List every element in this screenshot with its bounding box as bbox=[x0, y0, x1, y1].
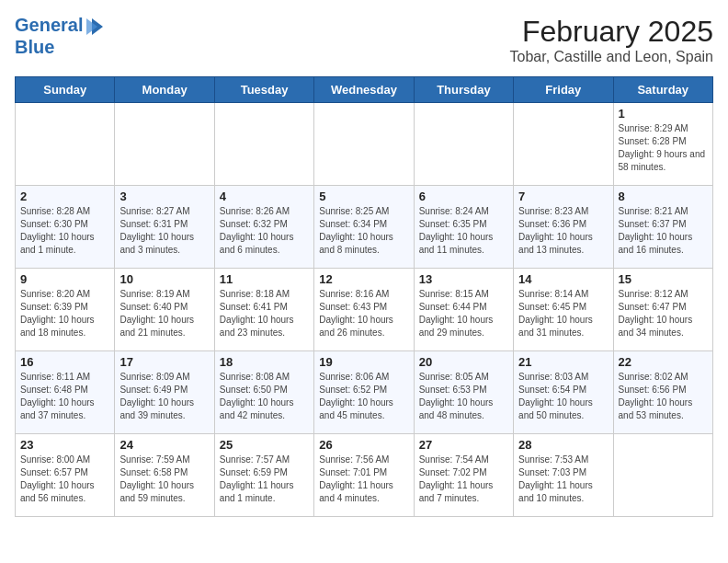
day-number: 11 bbox=[220, 272, 309, 286]
day-info: Sunrise: 8:20 AM Sunset: 6:39 PM Dayligh… bbox=[20, 288, 109, 339]
day-number: 3 bbox=[119, 190, 209, 203]
day-cell: 23Sunrise: 8:00 AM Sunset: 6:57 PM Dayli… bbox=[16, 434, 115, 517]
day-cell: 11Sunrise: 8:18 AM Sunset: 6:41 PM Dayli… bbox=[214, 269, 313, 351]
day-number: 8 bbox=[619, 190, 708, 203]
day-number: 7 bbox=[518, 190, 608, 203]
day-info: Sunrise: 7:53 AM Sunset: 7:03 PM Dayligh… bbox=[518, 454, 608, 505]
day-cell: 13Sunrise: 8:15 AM Sunset: 6:44 PM Dayli… bbox=[414, 269, 513, 351]
header-row: SundayMondayTuesdayWednesdayThursdayFrid… bbox=[16, 77, 713, 103]
day-cell: 12Sunrise: 8:16 AM Sunset: 6:43 PM Dayli… bbox=[314, 269, 414, 351]
day-info: Sunrise: 8:29 AM Sunset: 6:28 PM Dayligh… bbox=[619, 122, 708, 174]
day-cell: 28Sunrise: 7:53 AM Sunset: 7:03 PM Dayli… bbox=[514, 434, 613, 517]
day-cell: 27Sunrise: 7:54 AM Sunset: 7:02 PM Dayli… bbox=[414, 434, 513, 517]
day-number: 20 bbox=[419, 355, 508, 369]
day-number: 14 bbox=[518, 272, 608, 286]
day-cell: 6Sunrise: 8:24 AM Sunset: 6:35 PM Daylig… bbox=[414, 186, 513, 269]
day-cell bbox=[16, 103, 115, 186]
day-number: 28 bbox=[518, 438, 608, 452]
day-cell bbox=[414, 103, 513, 186]
day-cell: 15Sunrise: 8:12 AM Sunset: 6:47 PM Dayli… bbox=[613, 269, 712, 351]
day-cell: 19Sunrise: 8:06 AM Sunset: 6:52 PM Dayli… bbox=[314, 351, 414, 434]
day-cell: 4Sunrise: 8:26 AM Sunset: 6:32 PM Daylig… bbox=[214, 186, 313, 269]
day-info: Sunrise: 8:14 AM Sunset: 6:45 PM Dayligh… bbox=[518, 288, 608, 339]
day-cell: 1Sunrise: 8:29 AM Sunset: 6:28 PM Daylig… bbox=[613, 103, 712, 186]
location-subtitle: Tobar, Castille and Leon, Spain bbox=[510, 49, 713, 65]
logo: General Blue bbox=[15, 15, 105, 57]
day-number: 23 bbox=[20, 438, 109, 452]
day-number: 13 bbox=[419, 272, 508, 286]
day-info: Sunrise: 8:25 AM Sunset: 6:34 PM Dayligh… bbox=[319, 205, 408, 257]
day-info: Sunrise: 7:57 AM Sunset: 6:59 PM Dayligh… bbox=[220, 454, 309, 505]
day-number: 18 bbox=[220, 355, 309, 369]
day-cell bbox=[115, 103, 214, 186]
day-number: 25 bbox=[220, 438, 309, 452]
day-cell: 7Sunrise: 8:23 AM Sunset: 6:36 PM Daylig… bbox=[514, 186, 613, 269]
day-number: 15 bbox=[619, 272, 708, 286]
day-info: Sunrise: 8:26 AM Sunset: 6:32 PM Dayligh… bbox=[220, 205, 309, 257]
day-info: Sunrise: 8:09 AM Sunset: 6:49 PM Dayligh… bbox=[119, 371, 209, 422]
week-row-4: 16Sunrise: 8:11 AM Sunset: 6:48 PM Dayli… bbox=[16, 351, 713, 434]
day-info: Sunrise: 8:05 AM Sunset: 6:53 PM Dayligh… bbox=[419, 371, 508, 422]
day-info: Sunrise: 8:23 AM Sunset: 6:36 PM Dayligh… bbox=[518, 205, 608, 257]
day-cell bbox=[613, 434, 712, 517]
day-number: 21 bbox=[518, 355, 608, 369]
day-cell bbox=[514, 103, 613, 186]
day-number: 12 bbox=[319, 272, 408, 286]
day-header-friday: Friday bbox=[514, 77, 613, 103]
day-info: Sunrise: 7:54 AM Sunset: 7:02 PM Dayligh… bbox=[419, 454, 508, 505]
day-info: Sunrise: 8:12 AM Sunset: 6:47 PM Dayligh… bbox=[619, 288, 708, 339]
day-info: Sunrise: 8:28 AM Sunset: 6:30 PM Dayligh… bbox=[20, 205, 109, 257]
day-number: 5 bbox=[319, 190, 408, 203]
day-header-wednesday: Wednesday bbox=[314, 77, 414, 103]
day-header-sunday: Sunday bbox=[16, 77, 115, 103]
day-cell bbox=[314, 103, 414, 186]
day-cell: 20Sunrise: 8:05 AM Sunset: 6:53 PM Dayli… bbox=[414, 351, 513, 434]
day-header-saturday: Saturday bbox=[613, 77, 712, 103]
day-number: 2 bbox=[20, 190, 109, 203]
day-cell: 16Sunrise: 8:11 AM Sunset: 6:48 PM Dayli… bbox=[16, 351, 115, 434]
day-info: Sunrise: 8:21 AM Sunset: 6:37 PM Dayligh… bbox=[619, 205, 708, 257]
title-block: February 2025 Tobar, Castille and Leon, … bbox=[510, 15, 713, 65]
day-info: Sunrise: 7:59 AM Sunset: 6:58 PM Dayligh… bbox=[119, 454, 209, 505]
day-cell: 3Sunrise: 8:27 AM Sunset: 6:31 PM Daylig… bbox=[115, 186, 214, 269]
day-cell: 9Sunrise: 8:20 AM Sunset: 6:39 PM Daylig… bbox=[16, 269, 115, 351]
day-info: Sunrise: 8:19 AM Sunset: 6:40 PM Dayligh… bbox=[119, 288, 209, 339]
day-number: 1 bbox=[619, 107, 708, 121]
day-cell: 5Sunrise: 8:25 AM Sunset: 6:34 PM Daylig… bbox=[314, 186, 414, 269]
day-info: Sunrise: 8:24 AM Sunset: 6:35 PM Dayligh… bbox=[419, 205, 508, 257]
day-number: 27 bbox=[419, 438, 508, 452]
day-cell: 18Sunrise: 8:08 AM Sunset: 6:50 PM Dayli… bbox=[214, 351, 313, 434]
day-header-thursday: Thursday bbox=[414, 77, 513, 103]
day-cell: 2Sunrise: 8:28 AM Sunset: 6:30 PM Daylig… bbox=[16, 186, 115, 269]
logo-line1: General bbox=[15, 15, 105, 37]
day-info: Sunrise: 8:18 AM Sunset: 6:41 PM Dayligh… bbox=[220, 288, 309, 339]
day-info: Sunrise: 8:08 AM Sunset: 6:50 PM Dayligh… bbox=[220, 371, 309, 422]
month-year-title: February 2025 bbox=[510, 15, 713, 49]
calendar-table: SundayMondayTuesdayWednesdayThursdayFrid… bbox=[15, 76, 713, 517]
day-header-tuesday: Tuesday bbox=[214, 77, 313, 103]
day-cell: 24Sunrise: 7:59 AM Sunset: 6:58 PM Dayli… bbox=[115, 434, 214, 517]
day-cell: 26Sunrise: 7:56 AM Sunset: 7:01 PM Dayli… bbox=[314, 434, 414, 517]
day-info: Sunrise: 8:06 AM Sunset: 6:52 PM Dayligh… bbox=[319, 371, 408, 422]
day-info: Sunrise: 7:56 AM Sunset: 7:01 PM Dayligh… bbox=[319, 454, 408, 505]
day-number: 26 bbox=[319, 438, 408, 452]
day-cell: 8Sunrise: 8:21 AM Sunset: 6:37 PM Daylig… bbox=[613, 186, 712, 269]
day-number: 9 bbox=[20, 272, 109, 286]
day-number: 16 bbox=[20, 355, 109, 369]
week-row-5: 23Sunrise: 8:00 AM Sunset: 6:57 PM Dayli… bbox=[16, 434, 713, 517]
day-info: Sunrise: 8:03 AM Sunset: 6:54 PM Dayligh… bbox=[518, 371, 608, 422]
day-cell bbox=[214, 103, 313, 186]
page-header: General Blue February 2025 Tobar, Castil… bbox=[15, 15, 713, 65]
day-info: Sunrise: 8:02 AM Sunset: 6:56 PM Dayligh… bbox=[619, 371, 708, 422]
week-row-3: 9Sunrise: 8:20 AM Sunset: 6:39 PM Daylig… bbox=[16, 269, 713, 351]
day-number: 10 bbox=[119, 272, 209, 286]
day-cell: 10Sunrise: 8:19 AM Sunset: 6:40 PM Dayli… bbox=[115, 269, 214, 351]
day-cell: 17Sunrise: 8:09 AM Sunset: 6:49 PM Dayli… bbox=[115, 351, 214, 434]
week-row-2: 2Sunrise: 8:28 AM Sunset: 6:30 PM Daylig… bbox=[16, 186, 713, 269]
day-info: Sunrise: 8:11 AM Sunset: 6:48 PM Dayligh… bbox=[20, 371, 109, 422]
day-info: Sunrise: 8:15 AM Sunset: 6:44 PM Dayligh… bbox=[419, 288, 508, 339]
day-cell: 25Sunrise: 7:57 AM Sunset: 6:59 PM Dayli… bbox=[214, 434, 313, 517]
day-number: 22 bbox=[619, 355, 708, 369]
week-row-1: 1Sunrise: 8:29 AM Sunset: 6:28 PM Daylig… bbox=[16, 103, 713, 186]
day-cell: 22Sunrise: 8:02 AM Sunset: 6:56 PM Dayli… bbox=[613, 351, 712, 434]
